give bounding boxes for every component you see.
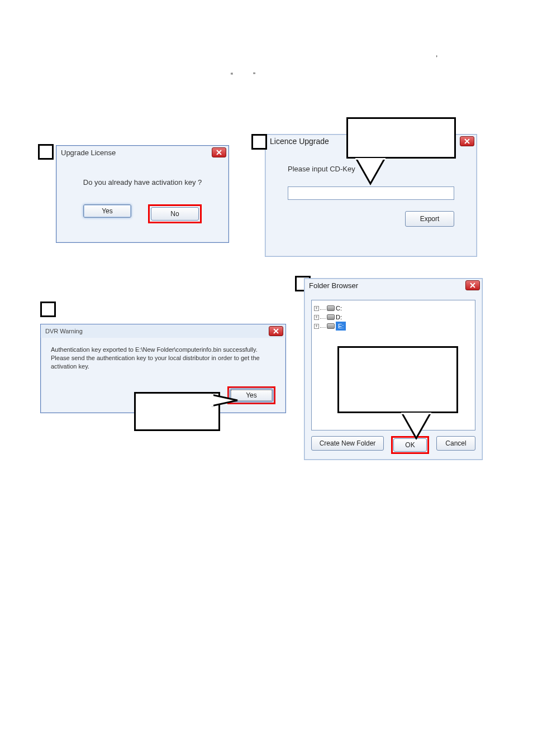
svg-rect-1: [355, 158, 386, 160]
drive-label-selected: E:: [336, 322, 346, 331]
step-marker-2: [251, 134, 267, 150]
tree-row-e[interactable]: + E:: [314, 322, 473, 331]
tree-connector-icon: [320, 307, 326, 310]
step-marker-3: [40, 302, 56, 317]
callout-box-2: [134, 392, 220, 431]
cdkey-input[interactable]: [288, 186, 454, 200]
dialog-titlebar: Upgrade License: [56, 146, 229, 159]
svg-marker-2: [212, 395, 237, 406]
tree-row-c[interactable]: + C:: [314, 304, 473, 313]
close-button[interactable]: [465, 280, 480, 290]
svg-rect-3: [212, 394, 213, 406]
close-button[interactable]: [460, 136, 474, 146]
tree-row-d[interactable]: + D:: [314, 313, 473, 322]
no-button[interactable]: No: [151, 207, 199, 221]
svg-marker-0: [356, 158, 385, 184]
expand-icon[interactable]: +: [314, 324, 319, 329]
tree-connector-icon: [320, 324, 326, 328]
stray-left-quote: “: [231, 71, 233, 79]
drive-label: C:: [336, 304, 342, 313]
svg-marker-4: [402, 413, 431, 438]
dialog-titlebar: DVR Warning: [41, 324, 285, 338]
create-new-folder-button[interactable]: Create New Folder: [311, 436, 384, 451]
close-icon: [470, 283, 475, 288]
stray-right-quote: ”: [253, 71, 255, 79]
dialog-title: Licence Upgrade: [270, 137, 329, 146]
dialog-title: Folder Browser: [309, 281, 358, 290]
drive-icon: [327, 314, 335, 320]
callout-box-1: [346, 117, 456, 159]
expand-icon[interactable]: +: [314, 315, 319, 320]
dialog-titlebar: Folder Browser: [304, 279, 482, 292]
close-icon: [464, 138, 470, 144]
drive-icon: [327, 323, 335, 329]
no-button-highlight: No: [148, 204, 202, 223]
step-marker-1: [38, 144, 54, 160]
drive-label: D:: [336, 313, 342, 322]
dialog-title: Upgrade License: [61, 149, 116, 157]
close-icon: [273, 328, 279, 334]
tree-connector-icon: [320, 315, 326, 319]
yes-button[interactable]: Yes: [83, 204, 131, 218]
stray-comma: ,: [436, 50, 437, 58]
dialog-body-text: Authentication key exported to E:\New Fo…: [51, 346, 275, 371]
close-button[interactable]: [212, 147, 226, 157]
export-button[interactable]: Export: [405, 211, 454, 227]
expand-icon[interactable]: +: [314, 306, 319, 311]
callout-box-3: [337, 346, 458, 413]
callout-tail-icon: [354, 158, 387, 186]
close-icon: [216, 150, 222, 155]
upgrade-license-dialog: Upgrade License Do you already have acti…: [56, 145, 229, 243]
svg-rect-5: [401, 413, 431, 414]
dialog-title: DVR Warning: [45, 328, 83, 334]
drive-icon: [327, 305, 335, 311]
callout-tail-icon: [399, 413, 433, 441]
dialog-question: Do you already have activation key ?: [64, 178, 221, 186]
cancel-button[interactable]: Cancel: [436, 436, 475, 451]
close-button[interactable]: [269, 326, 283, 336]
callout-tail-icon: [212, 393, 240, 409]
